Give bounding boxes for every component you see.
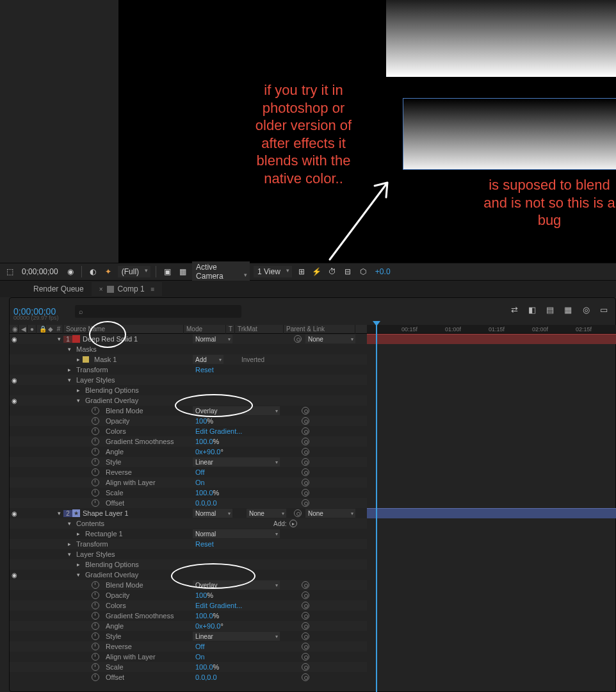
col-source[interactable]: Source Name — [63, 325, 184, 334]
transform-group[interactable]: Transform — [74, 366, 108, 374]
snapshot-icon[interactable]: ◉ — [65, 266, 76, 277]
visibility-toggle[interactable]: ◉ — [10, 336, 19, 343]
comp-mini-flowchart-icon[interactable]: ◧ — [527, 304, 537, 315]
draft-3d-icon[interactable]: ▤ — [545, 304, 555, 315]
pickwhip-icon[interactable] — [302, 602, 309, 609]
flowchart-icon[interactable]: ⊟ — [342, 266, 353, 277]
resolution-dropdown[interactable]: (Full) — [118, 266, 150, 277]
transform-group[interactable]: Transform — [74, 540, 108, 548]
toolbar-timecode[interactable]: 0;00;00;00 — [19, 267, 61, 276]
shape-mode-dropdown[interactable]: Normal — [193, 529, 280, 538]
scale-value[interactable]: 100.0 — [195, 489, 213, 497]
label-header-icon[interactable]: ◆ — [48, 325, 53, 333]
reset-button[interactable]: Reset — [195, 540, 214, 548]
stopwatch-icon[interactable] — [92, 643, 99, 650]
offset-value[interactable]: 0.0,0.0 — [195, 673, 217, 681]
parent-dropdown[interactable]: None — [305, 509, 355, 518]
layer-styles-group[interactable]: Layer Styles — [74, 550, 115, 558]
gradient-overlay-group[interactable]: Gradient Overlay — [83, 397, 138, 404]
reset-button[interactable]: Reset — [195, 366, 214, 374]
twirl-icon[interactable]: ▸ — [65, 541, 74, 547]
parent-dropdown[interactable]: None — [305, 334, 355, 343]
layer-row[interactable]: ◉ ▾ 1 Deep Red Solid 1 Normal None — [10, 334, 367, 344]
layer-bar[interactable] — [367, 334, 616, 344]
offset-value[interactable]: 0.0,0.0 — [195, 499, 217, 507]
stopwatch-icon[interactable] — [92, 448, 99, 456]
time-ruler[interactable]: 00:15f 01:00f 01:15f 02:00f 02:15f — [367, 325, 616, 334]
inverted-checkbox[interactable]: Inverted — [241, 356, 264, 363]
camera-dropdown[interactable]: Active Camera — [192, 261, 250, 282]
blend-mode-dropdown[interactable]: Normal — [193, 509, 232, 518]
twirl-icon[interactable]: ▸ — [74, 387, 83, 393]
stopwatch-icon[interactable] — [92, 632, 99, 640]
pickwhip-icon[interactable] — [302, 499, 309, 507]
edit-gradient-button[interactable]: Edit Gradient... — [195, 427, 242, 435]
add-shape-button[interactable]: Add:▸ — [273, 520, 297, 527]
pickwhip-icon[interactable] — [302, 581, 309, 589]
pickwhip-icon[interactable] — [302, 591, 309, 599]
pickwhip-icon[interactable] — [302, 632, 309, 640]
masks-group[interactable]: Masks — [74, 345, 97, 353]
align-value[interactable]: On — [195, 653, 205, 661]
fx-visibility[interactable]: ◉ — [10, 397, 19, 404]
pickwhip-icon[interactable] — [302, 479, 309, 486]
tab-comp[interactable]: × Comp 1 ≡ — [92, 282, 163, 296]
fx-visibility[interactable]: ◉ — [10, 377, 19, 384]
color-swatch[interactable] — [72, 335, 80, 343]
filter-icon[interactable]: ⇄ — [509, 304, 519, 315]
opacity-value[interactable]: 100 — [195, 591, 207, 599]
stopwatch-icon[interactable] — [92, 479, 99, 486]
angle-value[interactable]: 0x+90.0 — [195, 448, 220, 456]
pickwhip-icon[interactable] — [302, 622, 309, 630]
stopwatch-icon[interactable] — [92, 622, 99, 630]
graph-editor-icon[interactable]: ▭ — [599, 304, 609, 315]
mask-swatch[interactable] — [83, 356, 89, 363]
layer-bar[interactable] — [367, 508, 616, 518]
playhead[interactable] — [376, 324, 377, 692]
twirl-icon[interactable]: ▾ — [65, 377, 74, 383]
stopwatch-icon[interactable] — [92, 417, 99, 425]
stopwatch-icon[interactable] — [92, 591, 99, 599]
trkmat-dropdown[interactable]: None — [247, 509, 286, 518]
twirl-icon[interactable]: ▾ — [74, 572, 83, 578]
twirl-icon[interactable]: ▾ — [65, 551, 74, 557]
pickwhip-icon[interactable] — [302, 489, 309, 497]
tab-close-icon[interactable]: × — [99, 286, 103, 293]
solo-header-icon[interactable]: ● — [30, 325, 34, 333]
fast-preview-icon[interactable]: ⚡ — [311, 266, 323, 277]
reverse-value[interactable]: Off — [195, 468, 204, 476]
twirl-icon[interactable]: ▸ — [74, 531, 83, 537]
tab-render-queue[interactable]: Render Queue — [26, 282, 92, 296]
blend-mode-dropdown[interactable]: Normal — [193, 334, 232, 343]
twirl-icon[interactable]: ▾ — [65, 346, 74, 352]
stopwatch-icon[interactable] — [92, 438, 99, 445]
layer-styles-group[interactable]: Layer Styles — [74, 376, 115, 384]
stopwatch-icon[interactable] — [92, 489, 99, 497]
gradient-overlay-group[interactable]: Gradient Overlay — [83, 571, 138, 579]
gradient-bottom-selected[interactable] — [403, 98, 616, 170]
style-dropdown[interactable]: Linear — [193, 632, 280, 641]
transparency-grid-icon[interactable]: ▦ — [177, 266, 188, 277]
stopwatch-icon[interactable] — [92, 458, 99, 466]
smoothness-value[interactable]: 100.0 — [195, 612, 213, 620]
stopwatch-icon[interactable] — [92, 653, 99, 661]
views-dropdown[interactable]: 1 View — [254, 266, 292, 277]
angle-value[interactable]: 0x+90.0 — [195, 622, 220, 630]
stopwatch-icon[interactable] — [92, 673, 99, 681]
visibility-toggle[interactable]: ◉ — [10, 510, 19, 517]
audio-header-icon[interactable]: ◀ — [21, 325, 26, 333]
show-channel-icon[interactable]: ◐ — [87, 266, 99, 277]
blend-mode-value[interactable]: Overlay — [193, 406, 280, 415]
contents-group[interactable]: Contents — [74, 520, 104, 527]
twirl-icon[interactable]: ▸ — [74, 561, 83, 568]
frame-blend-icon[interactable]: ▦ — [563, 304, 573, 315]
twirl-icon[interactable]: ▾ — [65, 520, 74, 527]
reverse-value[interactable]: Off — [195, 643, 204, 650]
pickwhip-icon[interactable] — [302, 458, 309, 466]
pickwhip-icon[interactable] — [302, 448, 309, 456]
fx-visibility[interactable]: ◉ — [10, 572, 19, 579]
layer-row[interactable]: ◉ ▾ 2 ★ Shape Layer 1 Normal None None — [10, 508, 367, 518]
stopwatch-icon[interactable] — [92, 663, 99, 671]
opacity-value[interactable]: 100 — [195, 417, 207, 425]
twirl-icon[interactable]: ▸ — [65, 367, 74, 373]
